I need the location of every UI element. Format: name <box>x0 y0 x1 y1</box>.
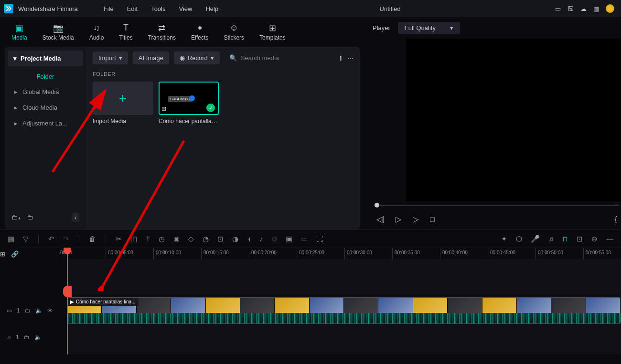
save-icon[interactable]: 🖫 <box>567 5 574 12</box>
tab-templates[interactable]: ⊞Templates <box>259 23 286 41</box>
audio-tool-icon[interactable]: ♪ <box>259 235 263 243</box>
mic-icon[interactable]: 🎤 <box>531 235 540 243</box>
next-frame-icon[interactable]: ▷ <box>413 215 418 224</box>
filmstrip-icon: ⊞ <box>161 105 166 112</box>
group-icon[interactable]: ⧉ <box>272 235 277 243</box>
visible-icon[interactable]: 👁 <box>47 307 53 314</box>
cut-icon[interactable]: ✂ <box>116 235 122 243</box>
templates-icon: ⊞ <box>269 23 276 32</box>
grid-icon[interactable]: ▦ <box>593 5 599 12</box>
crop-icon[interactable]: ◫ <box>130 235 137 243</box>
mute-icon[interactable]: 🔈 <box>34 334 42 341</box>
timeline-ruler[interactable]: 00:00 00:00:05:00 00:00:10:00 00:00:15:0… <box>19 248 621 259</box>
stock-icon: 📷 <box>53 23 64 32</box>
transitions-icon: ⇄ <box>158 23 165 32</box>
title-bar: Wondershare Filmora File Edit Tools View… <box>0 0 621 17</box>
timeline-tracks[interactable]: ▶Cómo hacer pantallas fina... <box>67 259 621 354</box>
ai-image-button[interactable]: AI Image <box>133 52 169 64</box>
project-title: Untitled <box>225 5 555 12</box>
sidebar-global-media[interactable]: ▸Global Media <box>8 84 83 100</box>
new-folder-icon[interactable]: 🗀₊ <box>11 214 21 221</box>
media-clip-1[interactable]: SUSCRITO ⊞ Cómo hacer pantallas ... <box>159 82 219 125</box>
redo-icon[interactable]: ↷ <box>63 235 69 243</box>
folder-icon[interactable]: 🗀 <box>24 334 30 341</box>
undo-icon[interactable]: ↶ <box>48 235 54 243</box>
quality-dropdown[interactable]: Full Quality▾ <box>398 22 460 34</box>
filter-icon[interactable]: ⫿ <box>339 54 343 62</box>
keyframe-icon[interactable]: ◇ <box>188 235 194 243</box>
mask-icon[interactable]: ◑ <box>232 235 238 243</box>
menu-edit[interactable]: Edit <box>120 5 144 12</box>
menu-help[interactable]: Help <box>199 5 225 12</box>
speed-icon[interactable]: ◷ <box>159 235 165 243</box>
track-option-icon[interactable]: ⊞ <box>0 250 5 258</box>
collapse-sidebar-icon[interactable]: ‹ <box>72 213 79 222</box>
play-icon: ▶ <box>70 299 74 304</box>
sidebar-folder[interactable]: Folder <box>8 69 83 84</box>
chevron-right-icon: ▸ <box>14 104 18 111</box>
pointer-tool-icon[interactable]: ▽ <box>23 235 29 243</box>
stickers-icon: ☺ <box>230 23 238 32</box>
folder-icon[interactable]: 🗀 <box>27 214 33 221</box>
stop-icon[interactable]: □ <box>430 215 435 224</box>
tab-titles[interactable]: TTitles <box>119 23 132 41</box>
menu-view[interactable]: View <box>172 5 199 12</box>
bracket-icon[interactable]: { <box>615 215 617 224</box>
monitor-icon[interactable]: ▭ <box>555 5 561 12</box>
color-icon[interactable]: ◉ <box>173 235 180 243</box>
zoom-slider[interactable]: — <box>606 235 613 243</box>
mixer-icon[interactable]: ♬ <box>548 235 554 243</box>
zoom-out-icon[interactable]: ⊖ <box>591 235 598 243</box>
play-icon[interactable]: ▷ <box>396 215 401 224</box>
tab-transitions[interactable]: ⇄Transitions <box>148 23 176 41</box>
track-icon[interactable]: ▣ <box>286 235 292 243</box>
tab-effects[interactable]: ✦Effects <box>191 23 208 41</box>
fit-icon[interactable]: ⊡ <box>577 235 583 243</box>
video-clip-1[interactable]: ▶Cómo hacer pantallas fina... <box>67 297 621 324</box>
audio-track-header[interactable]: ♫1 🗀 🔈 <box>0 324 67 351</box>
chevron-right-icon: ▸ <box>14 88 18 95</box>
menu-file[interactable]: File <box>97 5 120 12</box>
prev-frame-icon[interactable]: ◁| <box>376 215 384 224</box>
render-icon[interactable]: ▭ <box>301 235 308 243</box>
magnet-icon[interactable]: ⊓ <box>562 235 568 243</box>
detach-icon[interactable]: ⊡ <box>217 235 224 243</box>
folder-icon[interactable]: 🗀 <box>25 307 31 314</box>
search-media[interactable]: 🔍 <box>225 52 334 64</box>
grid-tool-icon[interactable]: ▦ <box>8 235 14 243</box>
text-icon[interactable]: T <box>146 235 150 243</box>
link-icon[interactable]: 🔗 <box>11 250 19 258</box>
record-button[interactable]: ◉Record▾ <box>174 52 220 64</box>
menu-tools[interactable]: Tools <box>144 5 172 12</box>
plus-icon: + <box>119 91 127 106</box>
tab-stock[interactable]: 📷Stock Media <box>43 23 74 41</box>
playhead[interactable] <box>67 248 68 354</box>
search-input[interactable] <box>241 54 330 62</box>
sidebar-project-media[interactable]: ▾Project Media <box>8 51 83 66</box>
titles-icon: T <box>123 23 128 32</box>
ai-tool-icon[interactable]: ✦ <box>501 235 507 243</box>
marker-tool-icon[interactable]: ⛶ <box>316 235 323 243</box>
chevron-down-icon: ▾ <box>119 54 122 62</box>
marker-icon[interactable]: ⬡ <box>516 235 522 243</box>
chevron-down-icon: ▾ <box>13 55 17 62</box>
video-track-header[interactable]: ▭1 🗀 🔈 👁 <box>0 297 67 324</box>
import-media-card[interactable]: + Import Media <box>93 82 153 125</box>
tab-stickers[interactable]: ☺Stickers <box>224 23 244 41</box>
avatar-icon[interactable] <box>606 4 614 13</box>
preview-scrubber[interactable] <box>373 201 621 209</box>
app-logo-icon <box>4 4 13 13</box>
more-icon[interactable]: ⋯ <box>347 54 353 62</box>
sidebar-adjustment-layer[interactable]: ▸Adjustment La... <box>8 115 83 131</box>
video-preview[interactable] <box>406 39 621 201</box>
duration-icon[interactable]: ◔ <box>203 235 209 243</box>
mute-icon[interactable]: 🔈 <box>35 307 43 314</box>
tab-audio[interactable]: ♫Audio <box>89 23 104 41</box>
sidebar-cloud-media[interactable]: ▸Cloud Media <box>8 100 83 115</box>
import-button[interactable]: Import▾ <box>93 52 128 64</box>
adjust-icon[interactable]: ⫞ <box>247 235 251 243</box>
tab-media[interactable]: ▣Media <box>11 23 27 41</box>
delete-icon[interactable]: 🗑 <box>89 235 96 243</box>
cloud-icon[interactable]: ☁ <box>580 5 587 12</box>
chevron-down-icon: ▾ <box>450 24 453 31</box>
